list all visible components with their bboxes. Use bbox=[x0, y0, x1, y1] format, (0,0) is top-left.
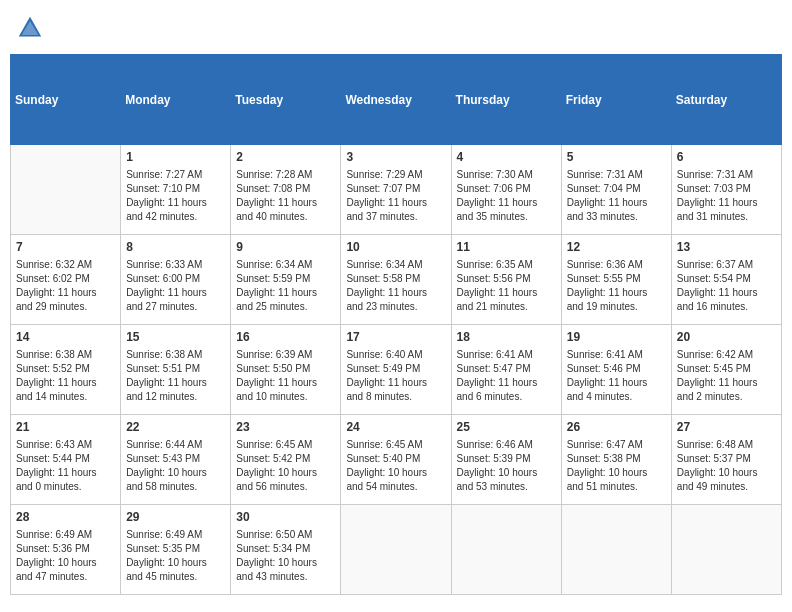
day-number: 23 bbox=[236, 419, 335, 436]
calendar-cell: 30 Sunrise: 6:50 AM Sunset: 5:34 PM Dayl… bbox=[231, 505, 341, 595]
cell-content: Sunrise: 6:44 AM Sunset: 5:43 PM Dayligh… bbox=[126, 438, 225, 494]
calendar-cell: 23 Sunrise: 6:45 AM Sunset: 5:42 PM Dayl… bbox=[231, 415, 341, 505]
logo-icon bbox=[16, 14, 44, 42]
day-number: 15 bbox=[126, 329, 225, 346]
day-number: 24 bbox=[346, 419, 445, 436]
cell-content: Sunrise: 6:42 AM Sunset: 5:45 PM Dayligh… bbox=[677, 348, 776, 404]
calendar-cell: 4 Sunrise: 7:30 AM Sunset: 7:06 PM Dayli… bbox=[451, 145, 561, 235]
header-tuesday: Tuesday bbox=[231, 55, 341, 145]
day-number: 27 bbox=[677, 419, 776, 436]
calendar-cell: 29 Sunrise: 6:49 AM Sunset: 5:35 PM Dayl… bbox=[121, 505, 231, 595]
calendar-cell: 6 Sunrise: 7:31 AM Sunset: 7:03 PM Dayli… bbox=[671, 145, 781, 235]
cell-content: Sunrise: 6:49 AM Sunset: 5:36 PM Dayligh… bbox=[16, 528, 115, 584]
header-wednesday: Wednesday bbox=[341, 55, 451, 145]
day-number: 1 bbox=[126, 149, 225, 166]
day-number: 14 bbox=[16, 329, 115, 346]
calendar-week-4: 28 Sunrise: 6:49 AM Sunset: 5:36 PM Dayl… bbox=[11, 505, 782, 595]
day-number: 17 bbox=[346, 329, 445, 346]
page-header bbox=[10, 10, 782, 46]
day-number: 20 bbox=[677, 329, 776, 346]
calendar-table: SundayMondayTuesdayWednesdayThursdayFrid… bbox=[10, 54, 782, 595]
calendar-cell bbox=[671, 505, 781, 595]
calendar-cell: 9 Sunrise: 6:34 AM Sunset: 5:59 PM Dayli… bbox=[231, 235, 341, 325]
header-thursday: Thursday bbox=[451, 55, 561, 145]
calendar-week-1: 7 Sunrise: 6:32 AM Sunset: 6:02 PM Dayli… bbox=[11, 235, 782, 325]
calendar-cell: 16 Sunrise: 6:39 AM Sunset: 5:50 PM Dayl… bbox=[231, 325, 341, 415]
calendar-cell: 17 Sunrise: 6:40 AM Sunset: 5:49 PM Dayl… bbox=[341, 325, 451, 415]
day-number: 9 bbox=[236, 239, 335, 256]
header-monday: Monday bbox=[121, 55, 231, 145]
cell-content: Sunrise: 6:33 AM Sunset: 6:00 PM Dayligh… bbox=[126, 258, 225, 314]
calendar-cell: 13 Sunrise: 6:37 AM Sunset: 5:54 PM Dayl… bbox=[671, 235, 781, 325]
day-number: 18 bbox=[457, 329, 556, 346]
calendar-cell: 3 Sunrise: 7:29 AM Sunset: 7:07 PM Dayli… bbox=[341, 145, 451, 235]
calendar-cell: 7 Sunrise: 6:32 AM Sunset: 6:02 PM Dayli… bbox=[11, 235, 121, 325]
cell-content: Sunrise: 7:30 AM Sunset: 7:06 PM Dayligh… bbox=[457, 168, 556, 224]
day-number: 6 bbox=[677, 149, 776, 166]
cell-content: Sunrise: 6:47 AM Sunset: 5:38 PM Dayligh… bbox=[567, 438, 666, 494]
day-number: 8 bbox=[126, 239, 225, 256]
calendar-cell: 28 Sunrise: 6:49 AM Sunset: 5:36 PM Dayl… bbox=[11, 505, 121, 595]
cell-content: Sunrise: 6:38 AM Sunset: 5:52 PM Dayligh… bbox=[16, 348, 115, 404]
cell-content: Sunrise: 6:34 AM Sunset: 5:59 PM Dayligh… bbox=[236, 258, 335, 314]
cell-content: Sunrise: 6:32 AM Sunset: 6:02 PM Dayligh… bbox=[16, 258, 115, 314]
calendar-cell: 5 Sunrise: 7:31 AM Sunset: 7:04 PM Dayli… bbox=[561, 145, 671, 235]
cell-content: Sunrise: 6:50 AM Sunset: 5:34 PM Dayligh… bbox=[236, 528, 335, 584]
calendar-cell: 26 Sunrise: 6:47 AM Sunset: 5:38 PM Dayl… bbox=[561, 415, 671, 505]
day-number: 16 bbox=[236, 329, 335, 346]
cell-content: Sunrise: 6:45 AM Sunset: 5:40 PM Dayligh… bbox=[346, 438, 445, 494]
calendar-cell: 25 Sunrise: 6:46 AM Sunset: 5:39 PM Dayl… bbox=[451, 415, 561, 505]
calendar-cell: 2 Sunrise: 7:28 AM Sunset: 7:08 PM Dayli… bbox=[231, 145, 341, 235]
day-number: 3 bbox=[346, 149, 445, 166]
calendar-week-0: 1 Sunrise: 7:27 AM Sunset: 7:10 PM Dayli… bbox=[11, 145, 782, 235]
day-number: 2 bbox=[236, 149, 335, 166]
cell-content: Sunrise: 6:49 AM Sunset: 5:35 PM Dayligh… bbox=[126, 528, 225, 584]
day-number: 29 bbox=[126, 509, 225, 526]
calendar-cell: 18 Sunrise: 6:41 AM Sunset: 5:47 PM Dayl… bbox=[451, 325, 561, 415]
calendar-cell bbox=[561, 505, 671, 595]
day-number: 19 bbox=[567, 329, 666, 346]
cell-content: Sunrise: 6:48 AM Sunset: 5:37 PM Dayligh… bbox=[677, 438, 776, 494]
header-sunday: Sunday bbox=[11, 55, 121, 145]
cell-content: Sunrise: 6:37 AM Sunset: 5:54 PM Dayligh… bbox=[677, 258, 776, 314]
calendar-cell: 20 Sunrise: 6:42 AM Sunset: 5:45 PM Dayl… bbox=[671, 325, 781, 415]
day-number: 11 bbox=[457, 239, 556, 256]
cell-content: Sunrise: 6:41 AM Sunset: 5:46 PM Dayligh… bbox=[567, 348, 666, 404]
day-number: 30 bbox=[236, 509, 335, 526]
day-number: 12 bbox=[567, 239, 666, 256]
calendar-cell: 10 Sunrise: 6:34 AM Sunset: 5:58 PM Dayl… bbox=[341, 235, 451, 325]
calendar-cell bbox=[341, 505, 451, 595]
day-number: 21 bbox=[16, 419, 115, 436]
cell-content: Sunrise: 7:27 AM Sunset: 7:10 PM Dayligh… bbox=[126, 168, 225, 224]
calendar-cell: 1 Sunrise: 7:27 AM Sunset: 7:10 PM Dayli… bbox=[121, 145, 231, 235]
calendar-cell: 8 Sunrise: 6:33 AM Sunset: 6:00 PM Dayli… bbox=[121, 235, 231, 325]
day-number: 7 bbox=[16, 239, 115, 256]
day-number: 4 bbox=[457, 149, 556, 166]
calendar-header: SundayMondayTuesdayWednesdayThursdayFrid… bbox=[11, 55, 782, 145]
day-number: 10 bbox=[346, 239, 445, 256]
header-friday: Friday bbox=[561, 55, 671, 145]
calendar-week-3: 21 Sunrise: 6:43 AM Sunset: 5:44 PM Dayl… bbox=[11, 415, 782, 505]
header-saturday: Saturday bbox=[671, 55, 781, 145]
cell-content: Sunrise: 6:40 AM Sunset: 5:49 PM Dayligh… bbox=[346, 348, 445, 404]
cell-content: Sunrise: 6:43 AM Sunset: 5:44 PM Dayligh… bbox=[16, 438, 115, 494]
calendar-cell: 14 Sunrise: 6:38 AM Sunset: 5:52 PM Dayl… bbox=[11, 325, 121, 415]
logo bbox=[16, 14, 48, 42]
cell-content: Sunrise: 6:41 AM Sunset: 5:47 PM Dayligh… bbox=[457, 348, 556, 404]
day-number: 22 bbox=[126, 419, 225, 436]
cell-content: Sunrise: 6:36 AM Sunset: 5:55 PM Dayligh… bbox=[567, 258, 666, 314]
cell-content: Sunrise: 7:31 AM Sunset: 7:03 PM Dayligh… bbox=[677, 168, 776, 224]
calendar-cell: 11 Sunrise: 6:35 AM Sunset: 5:56 PM Dayl… bbox=[451, 235, 561, 325]
cell-content: Sunrise: 6:39 AM Sunset: 5:50 PM Dayligh… bbox=[236, 348, 335, 404]
calendar-week-2: 14 Sunrise: 6:38 AM Sunset: 5:52 PM Dayl… bbox=[11, 325, 782, 415]
cell-content: Sunrise: 6:35 AM Sunset: 5:56 PM Dayligh… bbox=[457, 258, 556, 314]
cell-content: Sunrise: 7:28 AM Sunset: 7:08 PM Dayligh… bbox=[236, 168, 335, 224]
cell-content: Sunrise: 6:34 AM Sunset: 5:58 PM Dayligh… bbox=[346, 258, 445, 314]
cell-content: Sunrise: 6:45 AM Sunset: 5:42 PM Dayligh… bbox=[236, 438, 335, 494]
calendar-cell bbox=[451, 505, 561, 595]
calendar-cell: 21 Sunrise: 6:43 AM Sunset: 5:44 PM Dayl… bbox=[11, 415, 121, 505]
cell-content: Sunrise: 7:29 AM Sunset: 7:07 PM Dayligh… bbox=[346, 168, 445, 224]
calendar-cell: 15 Sunrise: 6:38 AM Sunset: 5:51 PM Dayl… bbox=[121, 325, 231, 415]
day-number: 26 bbox=[567, 419, 666, 436]
day-number: 28 bbox=[16, 509, 115, 526]
